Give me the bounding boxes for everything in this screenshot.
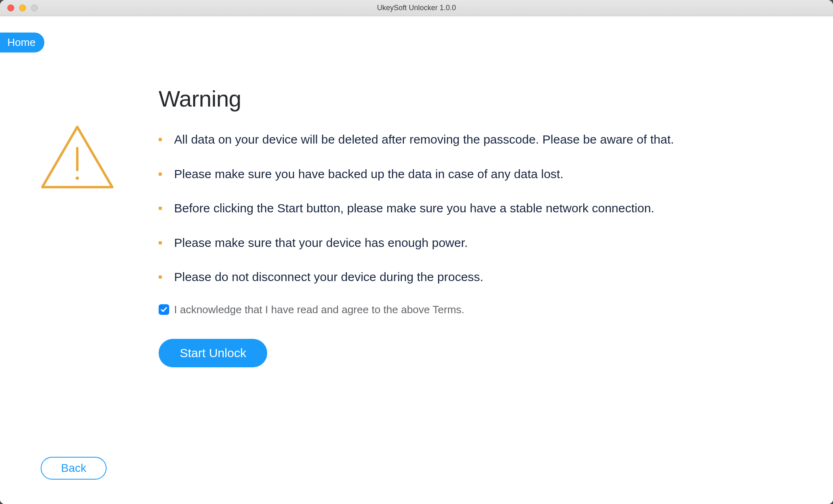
warning-bullet-list: All data on your device will be deleted … xyxy=(159,131,809,286)
acknowledge-label: I acknowledge that I have read and agree… xyxy=(174,303,464,316)
traffic-lights xyxy=(0,4,38,11)
acknowledge-row: I acknowledge that I have read and agree… xyxy=(159,303,809,316)
svg-point-1 xyxy=(76,177,79,180)
warning-bullet: Before clicking the Start button, please… xyxy=(159,200,809,217)
warning-bullet: All data on your device will be deleted … xyxy=(159,131,809,148)
acknowledge-checkbox[interactable] xyxy=(159,304,169,315)
start-unlock-button[interactable]: Start Unlock xyxy=(159,339,267,367)
minimize-window-button[interactable] xyxy=(19,4,26,11)
warning-bullet: Please make sure you have backed up the … xyxy=(159,166,809,183)
maximize-window-button[interactable] xyxy=(31,4,38,11)
warning-triangle-icon xyxy=(37,122,118,195)
warning-heading: Warning xyxy=(159,85,809,112)
titlebar: UkeySoft Unlocker 1.0.0 xyxy=(0,0,833,16)
app-window: UkeySoft Unlocker 1.0.0 Home Warning All… xyxy=(0,0,833,504)
main-area: Warning All data on your device will be … xyxy=(159,85,809,367)
window-title: UkeySoft Unlocker 1.0.0 xyxy=(0,4,833,12)
warning-bullet: Please do not disconnect your device dur… xyxy=(159,269,809,286)
close-window-button[interactable] xyxy=(7,4,14,11)
home-button[interactable]: Home xyxy=(0,33,44,52)
back-button[interactable]: Back xyxy=(41,457,107,480)
warning-bullet: Please make sure that your device has en… xyxy=(159,235,809,251)
content-area: Home Warning All data on your device wil… xyxy=(0,16,833,504)
check-icon xyxy=(160,306,168,313)
